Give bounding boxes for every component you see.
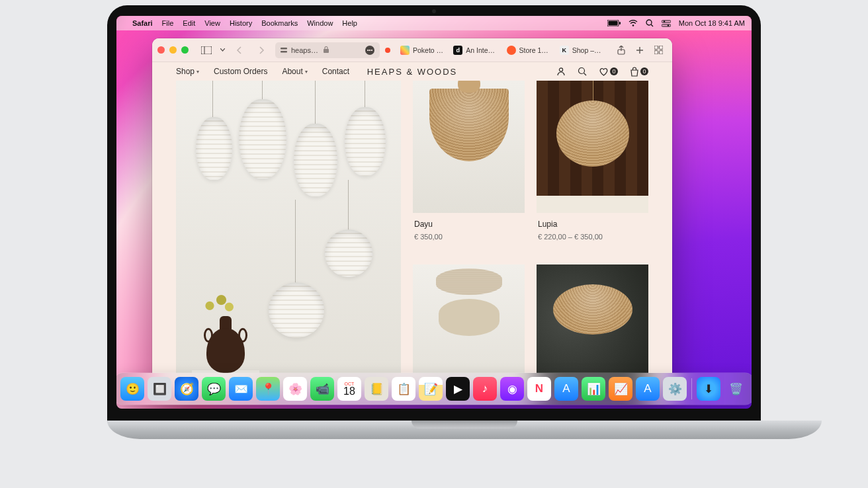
- minimize-window-button[interactable]: [169, 46, 177, 54]
- dock-calendar[interactable]: OCT18: [337, 377, 361, 401]
- menu-file[interactable]: File: [162, 19, 174, 27]
- product-image: [413, 81, 525, 213]
- dock-safari[interactable]: 🧭: [175, 377, 198, 401]
- dock: 🙂 🔲 🧭 💬 ✉️ 📍 🌸 📹 OCT18 📒 📋 📝 ▶ ♪ ◉ N A 📊…: [116, 373, 752, 405]
- site-logo[interactable]: HEAPS & WOODS: [367, 67, 458, 77]
- svg-rect-6: [662, 20, 671, 22]
- cart-icon[interactable]: 0: [630, 67, 648, 77]
- dock-numbers[interactable]: 📊: [582, 377, 605, 401]
- svg-point-7: [664, 20, 665, 22]
- svg-rect-19: [659, 51, 663, 55]
- fullscreen-window-button[interactable]: [181, 46, 189, 54]
- favicon-icon: [400, 46, 410, 55]
- dock-downloads[interactable]: ⬇: [697, 377, 720, 401]
- chevron-down-icon[interactable]: [220, 48, 225, 52]
- lock-icon: [324, 46, 329, 54]
- sidebar-toggle-button[interactable]: [198, 42, 215, 58]
- svg-rect-13: [281, 51, 287, 53]
- svg-rect-16: [654, 46, 658, 50]
- tab-poketo[interactable]: Poketo | Art & De…: [396, 42, 448, 59]
- webpage-viewport[interactable]: Shop▾ Custom Orders About▾ Contact HEAPS…: [152, 62, 672, 397]
- dock-appstore[interactable]: A: [636, 377, 660, 401]
- desktop-screen: Safari File Edit View History Bookmarks …: [116, 16, 752, 409]
- tab-label: Store 1 — SPIRAL: [519, 46, 550, 54]
- dock-trash[interactable]: 🗑️: [724, 377, 748, 401]
- address-bar[interactable]: heapsandwoods.com •••: [275, 42, 380, 58]
- dock-reminders[interactable]: 📋: [392, 377, 415, 401]
- product-card-dayu[interactable]: Dayu € 350,00: [413, 81, 525, 253]
- menu-edit[interactable]: Edit: [183, 19, 195, 27]
- account-icon[interactable]: [556, 67, 566, 76]
- wishlist-icon[interactable]: 0: [599, 67, 618, 76]
- tab-overview-button[interactable]: [650, 42, 667, 58]
- svg-rect-2: [619, 22, 621, 24]
- dock-notes[interactable]: 📝: [419, 377, 443, 401]
- tab-label: Shop – Kinfolk: [572, 46, 603, 54]
- laptop-hinge: [107, 421, 822, 439]
- nav-about[interactable]: About▾: [282, 67, 307, 76]
- product-card-lupia[interactable]: Lupia € 220,00 – € 350,00: [537, 81, 648, 253]
- tab-label: An Interior Desig…: [466, 46, 496, 54]
- svg-rect-18: [654, 51, 658, 55]
- dock-launchpad[interactable]: 🔲: [148, 377, 171, 401]
- menu-view[interactable]: View: [204, 19, 220, 27]
- nav-shop[interactable]: Shop▾: [176, 67, 199, 76]
- new-tab-button[interactable]: [631, 42, 648, 58]
- menubar: Safari File Edit View History Bookmarks …: [116, 16, 752, 30]
- camera-dot: [432, 9, 436, 13]
- window-controls: [157, 46, 189, 54]
- cart-count: 0: [640, 67, 648, 75]
- safari-toolbar: heapsandwoods.com ••• Poketo | Art & De……: [152, 38, 672, 62]
- dock-news[interactable]: N: [527, 377, 551, 401]
- search-icon[interactable]: [578, 67, 587, 76]
- battery-icon[interactable]: [607, 20, 621, 26]
- hero-product-image[interactable]: [176, 81, 401, 397]
- favicon-icon: [507, 46, 516, 55]
- address-bar-url: heapsandwoods.com: [291, 46, 320, 54]
- product-name: Lupia: [538, 220, 647, 229]
- menu-help[interactable]: Help: [342, 19, 357, 27]
- wishlist-count: 0: [610, 67, 618, 75]
- dock-music[interactable]: ♪: [473, 377, 497, 401]
- dock-facetime[interactable]: 📹: [310, 377, 334, 401]
- control-center-icon[interactable]: [662, 20, 671, 27]
- close-window-button[interactable]: [157, 46, 165, 54]
- dock-keynote[interactable]: 📈: [609, 377, 632, 401]
- chevron-down-icon: ▾: [196, 69, 199, 75]
- dock-photos[interactable]: 🌸: [283, 377, 307, 401]
- privacy-report-badge[interactable]: •••: [365, 46, 374, 55]
- tab-spiral[interactable]: Store 1 — SPIRAL: [502, 42, 554, 59]
- dock-maps[interactable]: 📍: [256, 377, 280, 401]
- spotlight-icon[interactable]: [646, 19, 654, 27]
- tab-interior-design[interactable]: d An Interior Desig…: [449, 42, 501, 59]
- nav-contact[interactable]: Contact: [322, 67, 349, 76]
- tab-group-indicator[interactable]: [385, 48, 390, 53]
- menubar-clock[interactable]: Mon Oct 18 9:41 AM: [679, 19, 745, 27]
- site-nav: Shop▾ Custom Orders About▾ Contact: [176, 67, 349, 76]
- menubar-app-name[interactable]: Safari: [132, 19, 153, 27]
- dock-app-1[interactable]: A: [554, 377, 578, 401]
- dock-mail[interactable]: ✉️: [229, 377, 253, 401]
- menu-bookmarks[interactable]: Bookmarks: [261, 19, 298, 27]
- menu-window[interactable]: Window: [307, 19, 333, 27]
- dock-messages[interactable]: 💬: [202, 377, 226, 401]
- svg-point-20: [559, 68, 562, 71]
- forward-button[interactable]: [253, 42, 270, 58]
- dock-finder[interactable]: 🙂: [120, 377, 144, 401]
- dock-podcasts[interactable]: ◉: [500, 377, 524, 401]
- tab-label: Poketo | Art & De…: [413, 46, 443, 54]
- back-button[interactable]: [230, 42, 247, 58]
- dock-separator: [691, 378, 692, 399]
- dock-contacts[interactable]: 📒: [365, 377, 388, 401]
- dock-prefs[interactable]: ⚙️: [663, 377, 687, 401]
- product-price: € 220,00 – € 350,00: [538, 233, 647, 241]
- tab-kinfolk[interactable]: K Shop – Kinfolk: [555, 42, 607, 59]
- menu-history[interactable]: History: [230, 19, 252, 27]
- product-price: € 350,00: [414, 233, 523, 241]
- product-name: Dayu: [414, 220, 523, 229]
- dock-tv[interactable]: ▶: [446, 377, 470, 401]
- wifi-icon[interactable]: [629, 20, 638, 27]
- svg-rect-1: [608, 21, 617, 26]
- share-button[interactable]: [613, 42, 630, 58]
- nav-custom-orders[interactable]: Custom Orders: [214, 67, 267, 76]
